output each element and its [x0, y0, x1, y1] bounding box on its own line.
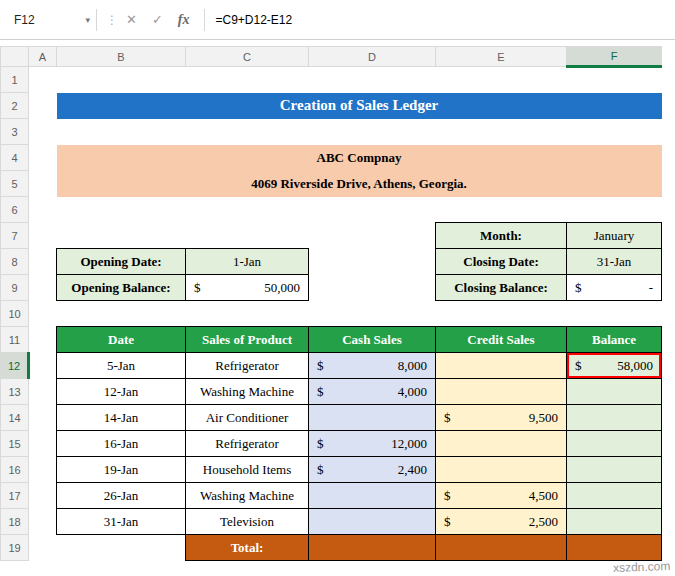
- chevron-down-icon[interactable]: ▾: [85, 15, 90, 25]
- ledger-balance-cell[interactable]: [567, 431, 662, 457]
- ledger-product-cell[interactable]: Television: [186, 509, 309, 535]
- cell-a2[interactable]: [29, 93, 57, 119]
- row-header-12[interactable]: 12: [1, 353, 29, 379]
- cell-a12[interactable]: [29, 353, 57, 379]
- cell-a7[interactable]: [29, 223, 57, 249]
- ledger-balance-cell[interactable]: [567, 483, 662, 509]
- cell-a5[interactable]: [29, 171, 57, 197]
- ledger-date-cell[interactable]: 12-Jan: [57, 379, 186, 405]
- cell-c7[interactable]: [186, 223, 309, 249]
- sheet-title-banner[interactable]: Creation of Sales Ledger: [57, 93, 662, 119]
- ledger-balance-cell[interactable]: [567, 457, 662, 483]
- name-box[interactable]: F12 ▾: [8, 8, 96, 32]
- ledger-date-cell[interactable]: 5-Jan: [57, 353, 186, 379]
- row-header-19[interactable]: 19: [1, 535, 29, 561]
- ledger-cash-cell[interactable]: $4,000: [309, 379, 436, 405]
- ledger-header-product[interactable]: Sales of Product: [186, 327, 309, 353]
- formula-bar-resize-handle-icon[interactable]: ⋮: [106, 13, 117, 27]
- row-header-15[interactable]: 15: [1, 431, 29, 457]
- row-header-13[interactable]: 13: [1, 379, 29, 405]
- ledger-cash-cell[interactable]: [309, 405, 436, 431]
- select-all-corner[interactable]: [1, 47, 29, 67]
- ledger-date-cell[interactable]: 14-Jan: [57, 405, 186, 431]
- ledger-cash-cell[interactable]: [309, 509, 436, 535]
- company-address-cell[interactable]: 4069 Riverside Drive, Athens, Georgia.: [57, 171, 662, 197]
- ledger-cash-cell[interactable]: $12,000: [309, 431, 436, 457]
- ledger-date-cell[interactable]: 19-Jan: [57, 457, 186, 483]
- cell-a16[interactable]: [29, 457, 57, 483]
- opening-balance-value-cell[interactable]: $ 50,000: [186, 275, 309, 301]
- ledger-balance-cell[interactable]: [567, 509, 662, 535]
- row-header-18[interactable]: 18: [1, 509, 29, 535]
- row-header-7[interactable]: 7: [1, 223, 29, 249]
- total-credit-cell[interactable]: [436, 535, 567, 561]
- cell-b19[interactable]: [57, 535, 186, 561]
- col-header-b[interactable]: B: [57, 47, 186, 67]
- ledger-cash-cell[interactable]: $8,000: [309, 353, 436, 379]
- row-header-17[interactable]: 17: [1, 483, 29, 509]
- empty-row[interactable]: [29, 67, 662, 93]
- col-header-c[interactable]: C: [186, 47, 309, 67]
- cell-a19[interactable]: [29, 535, 57, 561]
- opening-date-label-cell[interactable]: Opening Date:: [57, 249, 186, 275]
- row-header-2[interactable]: 2: [1, 93, 29, 119]
- empty-row[interactable]: [29, 301, 662, 327]
- col-header-d[interactable]: D: [309, 47, 436, 67]
- cell-a4[interactable]: [29, 145, 57, 171]
- month-value-cell[interactable]: January: [567, 223, 662, 249]
- row-header-6[interactable]: 6: [1, 197, 29, 223]
- ledger-credit-cell[interactable]: [436, 431, 567, 457]
- ledger-balance-cell[interactable]: [567, 379, 662, 405]
- company-name-cell[interactable]: ABC Compnay: [57, 145, 662, 171]
- col-header-e[interactable]: E: [436, 47, 567, 67]
- cell-d8[interactable]: [309, 249, 436, 275]
- cell-a18[interactable]: [29, 509, 57, 535]
- ledger-header-credit[interactable]: Credit Sales: [436, 327, 567, 353]
- ledger-balance-cell-selected[interactable]: $58,000: [567, 353, 662, 379]
- cell-b7[interactable]: [57, 223, 186, 249]
- empty-row[interactable]: [29, 197, 662, 223]
- ledger-cash-cell[interactable]: $2,400: [309, 457, 436, 483]
- ledger-product-cell[interactable]: Refrigerator: [186, 353, 309, 379]
- ledger-date-cell[interactable]: 26-Jan: [57, 483, 186, 509]
- ledger-credit-cell[interactable]: [436, 353, 567, 379]
- opening-date-value-cell[interactable]: 1-Jan: [186, 249, 309, 275]
- ledger-cash-cell[interactable]: [309, 483, 436, 509]
- row-header-8[interactable]: 8: [1, 249, 29, 275]
- ledger-product-cell[interactable]: Washing Machine: [186, 483, 309, 509]
- ledger-balance-cell[interactable]: [567, 405, 662, 431]
- cell-a9[interactable]: [29, 275, 57, 301]
- ledger-product-cell[interactable]: Refrigerator: [186, 431, 309, 457]
- ledger-credit-cell[interactable]: $4,500: [436, 483, 567, 509]
- row-header-10[interactable]: 10: [1, 301, 29, 327]
- closing-balance-label-cell[interactable]: Closing Balance:: [436, 275, 567, 301]
- col-header-a[interactable]: A: [29, 47, 57, 67]
- cell-a17[interactable]: [29, 483, 57, 509]
- closing-date-label-cell[interactable]: Closing Date:: [436, 249, 567, 275]
- cell-d9[interactable]: [309, 275, 436, 301]
- ledger-credit-cell[interactable]: $9,500: [436, 405, 567, 431]
- row-header-3[interactable]: 3: [1, 119, 29, 145]
- ledger-product-cell[interactable]: Washing Machine: [186, 379, 309, 405]
- row-header-9[interactable]: 9: [1, 275, 29, 301]
- ledger-date-cell[interactable]: 16-Jan: [57, 431, 186, 457]
- cell-a11[interactable]: [29, 327, 57, 353]
- empty-row[interactable]: [29, 119, 662, 145]
- ledger-header-date[interactable]: Date: [57, 327, 186, 353]
- closing-balance-value-cell[interactable]: $ -: [567, 275, 662, 301]
- row-header-11[interactable]: 11: [1, 327, 29, 353]
- row-header-16[interactable]: 16: [1, 457, 29, 483]
- closing-date-value-cell[interactable]: 31-Jan: [567, 249, 662, 275]
- ledger-header-balance[interactable]: Balance: [567, 327, 662, 353]
- ledger-header-cash[interactable]: Cash Sales: [309, 327, 436, 353]
- total-balance-cell[interactable]: [567, 535, 662, 561]
- ledger-product-cell[interactable]: Air Conditioner: [186, 405, 309, 431]
- cell-a8[interactable]: [29, 249, 57, 275]
- cancel-icon[interactable]: ✕: [126, 12, 137, 27]
- cell-a15[interactable]: [29, 431, 57, 457]
- row-header-1[interactable]: 1: [1, 67, 29, 93]
- insert-function-icon[interactable]: fx: [178, 12, 190, 28]
- total-label-cell[interactable]: Total:: [186, 535, 309, 561]
- ledger-credit-cell[interactable]: $2,500: [436, 509, 567, 535]
- total-cash-cell[interactable]: [309, 535, 436, 561]
